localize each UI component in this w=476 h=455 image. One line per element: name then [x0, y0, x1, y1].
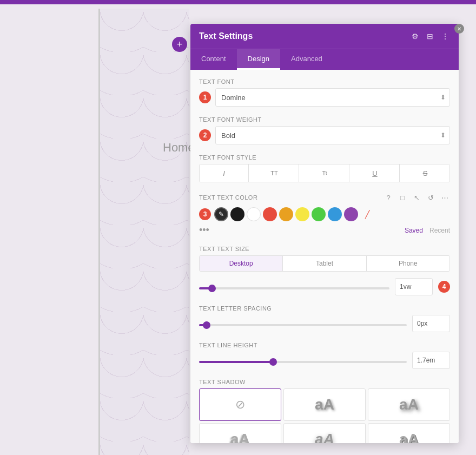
shadow-text-5: aA	[399, 431, 419, 443]
line-height-slider-row: 1.7em	[199, 352, 450, 369]
help-icon[interactable]: ?	[383, 192, 394, 203]
shadow-3[interactable]: aA	[199, 423, 281, 443]
shadow-text-4: aA	[315, 431, 334, 443]
color-swatch-yellow[interactable]	[295, 207, 309, 221]
settings-panel: Text Settings ⚙ ⊟ ⋮ Content Design Advan…	[190, 24, 459, 443]
line-height-value: 1.7em	[412, 352, 450, 369]
letter-spacing-section: Text Letter Spacing 0px	[199, 305, 450, 332]
text-size-slider-row: 1vw 4	[199, 278, 450, 295]
panel-header: Text Settings ⚙ ⊟ ⋮	[190, 24, 459, 49]
text-shadow-section: Text Shadow ⊘ aA aA aA	[199, 379, 450, 443]
line-height-slider[interactable]	[199, 361, 407, 363]
panel-close-button[interactable]: ✕	[454, 24, 464, 34]
text-size-value: 1vw	[395, 278, 433, 295]
pencil-icon: ✎	[219, 210, 224, 218]
letter-spacing-label: Text Letter Spacing	[199, 305, 450, 312]
add-button[interactable]: +	[172, 37, 187, 52]
shadow-1[interactable]: aA	[283, 388, 366, 421]
shadow-2[interactable]: aA	[368, 388, 450, 421]
text-size-label: Text Text Size	[199, 246, 450, 252]
capitalize-button[interactable]: Tt	[300, 164, 349, 182]
text-font-style-section: Text Font Style I TT Tt U S	[199, 154, 450, 182]
underline-button[interactable]: U	[351, 164, 400, 182]
saved-link[interactable]: Saved	[405, 227, 423, 234]
text-size-slider[interactable]	[199, 287, 389, 289]
color-swatches-row: 3 ✎ ╱	[199, 207, 450, 221]
home-text: Home	[163, 141, 195, 155]
text-font-style-label: Text Font Style	[199, 154, 450, 161]
reset-color-icon[interactable]: ↺	[425, 192, 436, 203]
tab-design[interactable]: Design	[237, 49, 280, 70]
text-color-label: Text Text Color	[199, 194, 257, 201]
tab-advanced[interactable]: Advanced	[280, 49, 333, 70]
color-swatch-blue[interactable]	[328, 207, 342, 221]
uppercase-button[interactable]: TT	[250, 164, 299, 182]
shadow-text-3: aA	[230, 431, 250, 443]
size-tab-tablet[interactable]: Tablet	[283, 256, 366, 271]
shadow-text-1: aA	[315, 396, 334, 413]
eyedropper-icon[interactable]: ↖	[411, 192, 422, 203]
active-color-swatch[interactable]: ✎	[214, 207, 228, 221]
badge-2: 2	[199, 129, 211, 141]
color-swatch-white[interactable]	[247, 207, 261, 221]
text-font-weight-row: 2 Bold ⬍	[199, 126, 450, 144]
text-font-weight-select[interactable]: Bold	[215, 126, 450, 144]
color-swatch-purple[interactable]	[344, 207, 358, 221]
panel-body: Text Font 1 Domine ⬍ Text Font Weight 2 …	[190, 70, 459, 443]
badge-1: 1	[199, 91, 211, 103]
size-tab-desktop[interactable]: Desktop	[200, 256, 283, 271]
more-dots[interactable]: •••	[199, 225, 209, 236]
more-icon[interactable]: ⋮	[440, 31, 450, 41]
settings-icon[interactable]: ⚙	[410, 31, 420, 41]
columns-icon[interactable]: ⊟	[425, 31, 435, 41]
color-swatch-black[interactable]	[230, 207, 244, 221]
badge-3: 3	[199, 208, 211, 220]
text-font-row: 1 Domine ⬍	[199, 88, 450, 107]
panel-header-icons: ⚙ ⊟ ⋮	[410, 31, 450, 41]
text-font-select[interactable]: Domine	[215, 88, 450, 107]
color-none-icon[interactable]: □	[397, 192, 408, 203]
shadow-text-2: aA	[399, 396, 419, 413]
size-tab-phone[interactable]: Phone	[367, 256, 449, 271]
more-color-icon[interactable]: ⋯	[439, 192, 450, 203]
color-swatch-orange[interactable]	[279, 207, 293, 221]
text-color-label-row: Text Text Color ? □ ↖ ↺ ⋯	[199, 192, 450, 203]
line-height-slider-container	[199, 355, 407, 365]
text-size-slider-container	[199, 282, 389, 292]
letter-spacing-value: 0px	[412, 315, 450, 332]
text-font-select-wrapper[interactable]: Domine ⬍	[215, 88, 450, 107]
color-tools: ? □ ↖ ↺ ⋯	[383, 192, 450, 203]
color-pencil-edit[interactable]: ╱	[360, 207, 374, 221]
color-swatch-red[interactable]	[263, 207, 277, 221]
shadow-grid: ⊘ aA aA aA aA a	[199, 388, 450, 443]
letter-spacing-slider-row: 0px	[199, 315, 450, 332]
text-shadow-label: Text Shadow	[199, 379, 450, 385]
top-bar	[0, 0, 476, 4]
line-height-section: Text Line Height 1.7em	[199, 342, 450, 369]
font-style-buttons: I TT Tt U S	[199, 164, 450, 182]
no-shadow-icon: ⊘	[235, 398, 245, 412]
text-font-weight-select-wrapper[interactable]: Bold ⬍	[215, 126, 450, 144]
tab-content[interactable]: Content	[190, 49, 237, 70]
pattern-area	[100, 9, 189, 455]
shadow-none[interactable]: ⊘	[199, 388, 281, 421]
badge-4: 4	[438, 281, 450, 293]
text-font-label: Text Font	[199, 78, 450, 85]
line-height-label: Text Line Height	[199, 342, 450, 348]
color-swatch-green[interactable]	[312, 207, 326, 221]
text-font-section: Text Font 1 Domine ⬍	[199, 78, 450, 107]
shadow-4[interactable]: aA	[283, 423, 366, 443]
text-color-section: Text Text Color ? □ ↖ ↺ ⋯ 3 ✎	[199, 192, 450, 236]
panel-title: Text Settings	[199, 31, 253, 41]
text-font-weight-label: Text Font Weight	[199, 116, 450, 123]
letter-spacing-slider[interactable]	[199, 324, 407, 326]
text-font-weight-section: Text Font Weight 2 Bold ⬍	[199, 116, 450, 144]
size-tabs: Desktop Tablet Phone	[199, 255, 450, 272]
saved-recent-links: Saved Recent	[405, 227, 450, 234]
text-size-section: Text Text Size Desktop Tablet Phone 1vw …	[199, 246, 450, 295]
shadow-5[interactable]: aA	[368, 423, 450, 443]
recent-link[interactable]: Recent	[429, 227, 450, 234]
saved-recent-row: ••• Saved Recent	[199, 225, 450, 236]
italic-button[interactable]: I	[200, 164, 249, 182]
strikethrough-button[interactable]: S	[401, 164, 449, 182]
